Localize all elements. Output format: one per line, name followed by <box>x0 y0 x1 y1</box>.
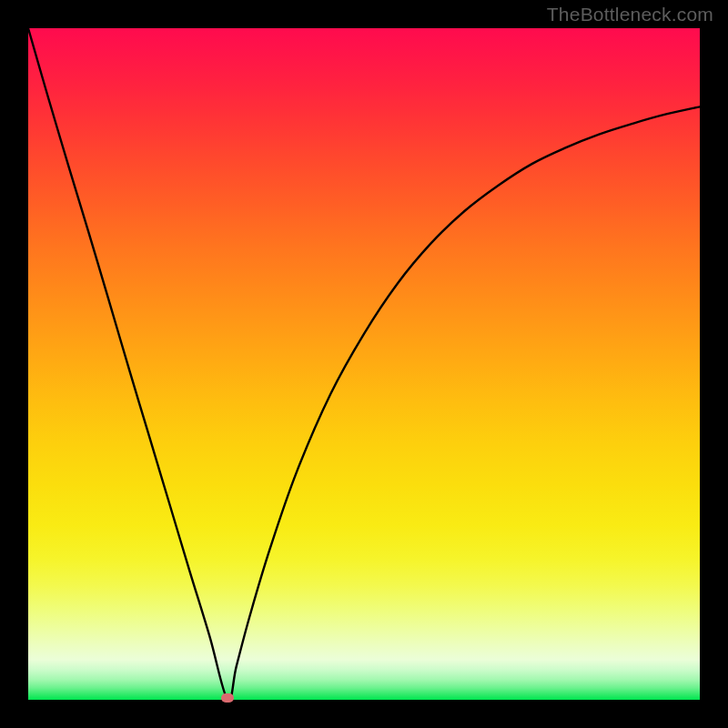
curve-path <box>28 28 700 701</box>
chart-frame: TheBottleneck.com <box>0 0 728 728</box>
watermark-text: TheBottleneck.com <box>547 4 713 25</box>
plot-area <box>28 28 700 700</box>
bottleneck-curve <box>28 28 700 700</box>
minimum-marker <box>221 693 234 703</box>
